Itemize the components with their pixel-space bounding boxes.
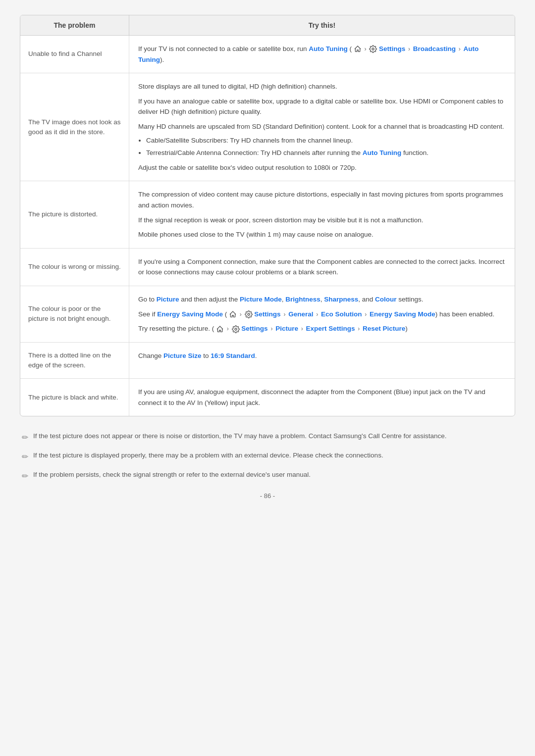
link-sharpness: Sharpness <box>324 296 358 303</box>
svg-point-1 <box>248 313 250 315</box>
link-picture-size: Picture Size <box>163 352 202 359</box>
table-row: The colour is wrong or missing. If you'r… <box>20 249 515 286</box>
gear-icon <box>245 310 253 318</box>
link-settings: Settings <box>379 45 405 52</box>
svg-point-2 <box>235 328 237 330</box>
troubleshooting-table: The problem Try this! Unable to find a C… <box>20 15 515 416</box>
link-auto-tuning: Auto Tuning <box>309 45 347 52</box>
table-row: The TV image does not look as good as it… <box>20 73 515 181</box>
problem-cell: The TV image does not look as good as it… <box>20 73 129 181</box>
notes-section: ✏ If the test picture does not appear or… <box>20 431 515 482</box>
svg-point-0 <box>372 48 374 50</box>
table-row: The picture is distorted. The compressio… <box>20 181 515 248</box>
problem-cell: The colour is wrong or missing. <box>20 249 129 286</box>
home-icon <box>229 310 237 318</box>
chevron-icon: › <box>365 310 367 319</box>
problem-cell: Unable to find a Channel <box>20 36 129 73</box>
table-row: The colour is poor or the picture is not… <box>20 286 515 343</box>
link-picture: Picture <box>157 296 179 303</box>
link-picture-mode: Picture Mode <box>240 296 282 303</box>
chevron-icon: › <box>316 310 318 319</box>
solution-cell: Store displays are all tuned to digital,… <box>129 73 515 181</box>
chevron-icon: › <box>270 324 272 334</box>
chevron-icon: › <box>408 45 410 54</box>
link-general: General <box>288 310 313 318</box>
link-169-standard: 16:9 Standard <box>211 352 255 359</box>
chevron-icon: › <box>283 310 285 319</box>
home-icon <box>354 45 362 53</box>
solution-cell: If you are using AV, analogue equipment,… <box>129 379 515 416</box>
link-picture2: Picture <box>275 325 298 332</box>
note-item: ✏ If the test picture is displayed prope… <box>22 451 513 463</box>
solution-cell: The compression of video content may cau… <box>129 181 515 248</box>
problem-cell: There is a dotted line on the edge of th… <box>20 343 129 379</box>
table-row: The picture is black and white. If you a… <box>20 379 515 416</box>
link-expert-settings: Expert Settings <box>306 325 355 332</box>
link-auto-tuning: Auto Tuning <box>363 149 401 156</box>
pencil-icon: ✏ <box>22 451 28 463</box>
chevron-icon: › <box>301 324 303 334</box>
link-reset-picture: Reset Picture <box>363 325 405 332</box>
note-item: ✏ If the test picture does not appear or… <box>22 431 513 444</box>
solution-cell: If your TV is not connected to a cable o… <box>129 36 515 73</box>
link-energy-saving: Energy Saving Mode <box>370 310 435 318</box>
header-solution: Try this! <box>129 15 515 35</box>
chevron-icon: › <box>358 324 360 334</box>
link-settings3: Settings <box>241 325 268 332</box>
note-item: ✏ If the problem persists, check the sig… <box>22 470 513 482</box>
gear-icon <box>369 45 377 53</box>
link-energy-saving-mode: Energy Saving Mode <box>157 310 223 318</box>
table-row: There is a dotted line on the edge of th… <box>20 343 515 379</box>
chevron-icon: › <box>459 45 461 54</box>
table-header: The problem Try this! <box>20 15 515 36</box>
solution-cell: Go to Picture and then adjust the Pictur… <box>129 286 515 342</box>
page-number: - 86 - <box>20 492 515 500</box>
home-icon <box>216 325 224 333</box>
problem-cell: The picture is black and white. <box>20 379 129 416</box>
link-settings2: Settings <box>254 310 280 318</box>
link-eco-solution: Eco Solution <box>321 310 362 318</box>
chevron-icon: › <box>227 324 229 334</box>
header-problem: The problem <box>20 15 129 35</box>
link-colour: Colour <box>375 296 397 303</box>
problem-cell: The picture is distorted. <box>20 181 129 248</box>
problem-cell: The colour is poor or the picture is not… <box>20 286 129 342</box>
pencil-icon: ✏ <box>22 470 28 482</box>
chevron-icon: › <box>240 310 242 319</box>
link-brightness: Brightness <box>285 296 321 303</box>
solution-cell: If you're using a Component connection, … <box>129 249 515 286</box>
link-broadcasting: Broadcasting <box>413 45 456 52</box>
solution-cell: Change Picture Size to 16:9 Standard. <box>129 343 515 379</box>
gear-icon <box>232 325 240 333</box>
chevron-icon: › <box>364 45 366 54</box>
table-row: Unable to find a Channel If your TV is n… <box>20 36 515 73</box>
pencil-icon: ✏ <box>22 432 28 444</box>
